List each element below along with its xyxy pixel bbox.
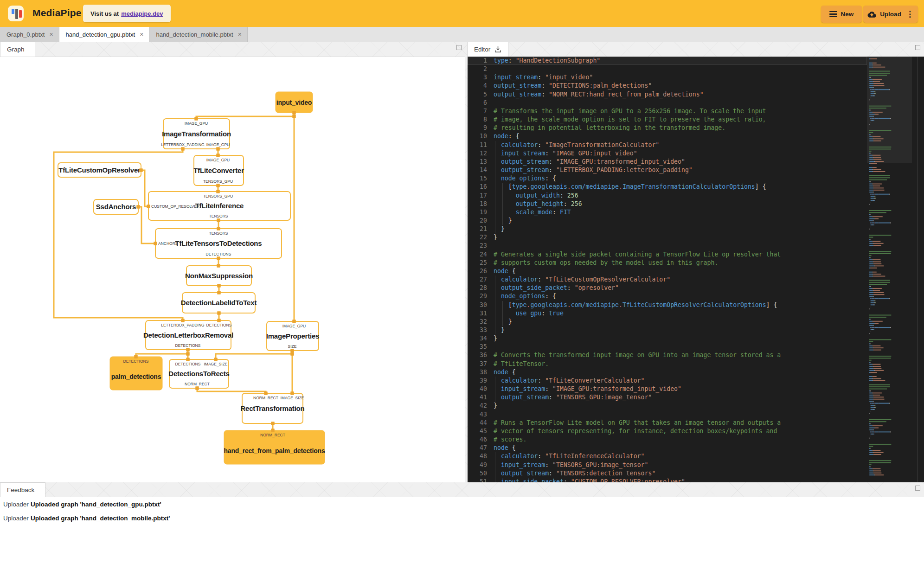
svg-text:NORM_RECT: NORM_RECT [260, 433, 285, 437]
line-number: 33 [468, 326, 487, 334]
file-tab[interactable]: hand_detection_mobile.pbtxt× [149, 27, 247, 42]
code-line: 36# Converts the transformed input image… [468, 351, 867, 359]
line-number: 9 [468, 124, 487, 132]
mediapipe-logo-icon[interactable] [8, 6, 24, 21]
feedback-source: Uploader [0, 515, 31, 522]
code-line: 20 } [468, 217, 867, 225]
line-number: 41 [468, 393, 487, 402]
svg-text:LETTERBOX_PADDING: LETTERBOX_PADDING [161, 323, 204, 327]
line-number: 47 [468, 444, 487, 452]
graph-node-RectTransformation[interactable]: NORM_RECTIMAGE_SIZERectTransformation [240, 393, 304, 423]
svg-text:IMAGE_GPU: IMAGE_GPU [185, 121, 208, 126]
graph-canvas[interactable]: input_videoIMAGE_GPULETTERBOX_PADDINGIMA… [0, 57, 465, 482]
svg-text:DETECTIONS: DETECTIONS [206, 323, 232, 327]
graph-node-title: DetectionsToRects [168, 370, 229, 378]
line-number: 34 [468, 334, 487, 343]
code-line: 51 input_side_packet: "CUSTOM_OP_RESOLVE… [468, 478, 867, 482]
expand-feedback-panel-icon[interactable] [915, 486, 920, 491]
download-icon[interactable] [494, 46, 501, 53]
new-button[interactable]: New [821, 6, 862, 23]
graph-node-NonMaxSuppression[interactable]: NonMaxSuppression [185, 266, 253, 286]
graph-node-hand_rect_from_palm_detections[interactable]: NORM_RECThand_rect_from_palm_detections [224, 430, 325, 464]
line-number: 39 [468, 377, 487, 385]
file-tab-label: hand_detection_gpu.pbtxt [66, 31, 135, 38]
graph-node-TfLiteConverter[interactable]: IMAGE_GPUTENSORS_GPUTfLiteConverter [193, 155, 244, 186]
upload-button[interactable]: Upload ⋮ [863, 6, 918, 23]
graph-node-DetectionLabelIdToText[interactable]: DetectionLabelIdToText [181, 293, 257, 313]
panel-strip-top: Graph Editor [0, 42, 924, 57]
line-number: 3 [468, 73, 487, 82]
app-header: MediaPipe Visit us at mediapipe.dev New … [0, 0, 924, 27]
graph-node-TfLiteTensorsToDetections[interactable]: TENSORSDETECTIONSANCHORSTfLiteTensorsToD… [155, 229, 282, 258]
code-line: 5output_stream: "NORM_RECT:hand_rect_fro… [468, 90, 867, 99]
line-number: 2 [468, 65, 487, 73]
graph-node-DetectionLetterboxRemoval[interactable]: LETTERBOX_PADDINGDETECTIONSDETECTIONSDet… [143, 320, 233, 350]
expand-editor-panel-icon[interactable] [915, 45, 920, 50]
code-line: 45# vector of tensors representing, for … [468, 427, 867, 435]
feedback-source: Uploader [0, 501, 31, 508]
file-tab[interactable]: hand_detection_gpu.pbtxt× [59, 27, 150, 42]
code-line: 12 input_stream: "IMAGE_GPU:input_video" [468, 149, 867, 158]
file-tab[interactable]: Graph_0.pbtxt× [0, 27, 59, 42]
tab-feedback[interactable]: Feedback [0, 482, 45, 497]
line-number: 8 [468, 115, 487, 124]
graph-node-TfLiteCustomOpResolver[interactable]: TfLiteCustomOpResolver [58, 163, 141, 177]
graph-node-palm_detections[interactable]: DETECTIONSpalm_detections [110, 357, 162, 390]
expand-graph-panel-icon[interactable] [456, 45, 462, 50]
svg-text:TENSORS: TENSORS [209, 214, 228, 218]
close-tab-icon[interactable]: × [140, 31, 143, 38]
code-line: 50 output_stream: "TENSORS:detection_ten… [468, 469, 867, 478]
minimap[interactable] [867, 57, 912, 482]
graph-node-title: palm_detections [111, 373, 161, 380]
graph-node-SsdAnchors[interactable]: SsdAnchors [94, 199, 138, 214]
line-number: 23 [468, 242, 487, 250]
line-number: 4 [468, 82, 487, 90]
graph-node-input_video[interactable]: input_video [276, 92, 313, 113]
panel-strip-feedback: Feedback [0, 482, 924, 497]
line-number: 31 [468, 309, 487, 318]
svg-text:IMAGE_GPU: IMAGE_GPU [206, 142, 230, 147]
code-line: 18 output_height: 256 [468, 200, 867, 208]
graph-node-ImageTransformation[interactable]: IMAGE_GPULETTERBOX_PADDINGIMAGE_GPUImage… [161, 119, 231, 149]
code-line: 17 output_width: 256 [468, 192, 867, 200]
line-number: 26 [468, 267, 487, 275]
close-tab-icon[interactable]: × [49, 31, 53, 38]
editor-scrollbar[interactable] [918, 57, 918, 482]
code-line: 15 node_options: { [468, 174, 867, 183]
code-line: 28 output_side_packet: "opresolver" [468, 284, 867, 292]
svg-text:DETECTIONS: DETECTIONS [123, 359, 149, 364]
code-line: 41 output_stream: "TENSORS_GPU:image_ten… [468, 393, 867, 402]
line-number: 7 [468, 107, 487, 115]
code-line: 21 } [468, 225, 867, 233]
line-number: 17 [468, 192, 487, 200]
visit-pill: Visit us at mediapipe.dev [83, 5, 171, 22]
code-line: 37# TfLiteTensor. [468, 360, 867, 368]
code-line: 29 node_options: { [468, 292, 867, 301]
graph-node-TfLiteInference[interactable]: TENSORS_GPUTENSORSCUSTOM_OP_RESOLVERTfLi… [148, 192, 290, 220]
line-number: 40 [468, 385, 487, 393]
line-number: 13 [468, 158, 487, 166]
code-line: 39 calculator: "TfLiteConverterCalculato… [468, 377, 867, 385]
graph-node-ImageProperties[interactable]: IMAGE_GPUSIZEImageProperties [266, 321, 320, 351]
file-tab-label: Graph_0.pbtxt [6, 31, 45, 38]
code-editor[interactable]: 1type: "HandDetectionSubgraph"23input_st… [468, 57, 924, 482]
graph-node-title: RectTransformation [240, 404, 304, 412]
line-number: 11 [468, 141, 487, 149]
line-number: 37 [468, 360, 487, 368]
tab-graph[interactable]: Graph [0, 42, 35, 57]
svg-text:DETECTIONS: DETECTIONS [206, 252, 231, 256]
code-line: 7# Transforms the input image on GPU to … [468, 107, 867, 115]
code-line: 23 [468, 242, 867, 250]
line-number: 44 [468, 419, 487, 427]
upload-menu-kebab-icon[interactable]: ⋮ [906, 9, 914, 19]
svg-text:NORM_RECT: NORM_RECT [185, 382, 210, 386]
code-area[interactable]: 1type: "HandDetectionSubgraph"23input_st… [468, 57, 867, 482]
line-number: 50 [468, 469, 487, 478]
tab-editor[interactable]: Editor [467, 42, 508, 57]
graph-node-DetectionsToRects[interactable]: DETECTIONSIMAGE_SIZENORM_RECTDetectionsT… [168, 359, 229, 388]
line-number: 32 [468, 318, 487, 326]
mediapipe-dev-link[interactable]: mediapipe.dev [121, 10, 163, 17]
app-title: MediaPipe [32, 7, 82, 19]
code-line: 10node: { [468, 132, 867, 141]
close-tab-icon[interactable]: × [238, 31, 242, 38]
